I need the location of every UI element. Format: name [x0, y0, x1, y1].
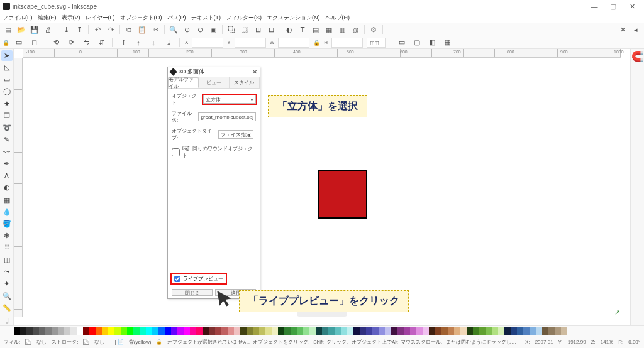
color-swatch[interactable]: [265, 327, 272, 335]
color-swatch[interactable]: [133, 327, 140, 335]
lock-ratio-icon[interactable]: 🔒: [313, 40, 320, 46]
color-swatch[interactable]: [423, 327, 429, 335]
color-swatch[interactable]: [335, 327, 341, 335]
color-swatch[interactable]: [530, 327, 536, 335]
maximize-button[interactable]: ▢: [604, 3, 623, 11]
snap-toggle-button[interactable]: ✕: [617, 24, 628, 35]
color-swatch[interactable]: [171, 327, 177, 335]
color-swatch[interactable]: [209, 327, 215, 335]
color-swatch[interactable]: [127, 327, 133, 335]
color-swatch[interactable]: [33, 327, 39, 335]
menu-extensions[interactable]: エクステンション(N): [267, 14, 320, 22]
color-swatch[interactable]: [536, 327, 542, 335]
color-swatch[interactable]: [441, 327, 448, 335]
clockwise-checkbox[interactable]: [172, 148, 180, 156]
color-swatch[interactable]: [309, 327, 316, 335]
cut-button[interactable]: ✂: [150, 24, 161, 35]
scale-pattern-icon[interactable]: ▦: [441, 37, 453, 48]
color-swatch[interactable]: [259, 327, 265, 335]
color-swatch[interactable]: [89, 327, 96, 335]
color-swatch[interactable]: [347, 327, 353, 335]
horizontal-scrollbar[interactable]: [297, 312, 347, 317]
color-swatch[interactable]: [158, 327, 165, 335]
zoom-page-button[interactable]: ▣: [208, 24, 219, 35]
node-tool[interactable]: ◺: [1, 62, 13, 73]
color-swatch[interactable]: [39, 327, 45, 335]
3dbox-tool[interactable]: ❒: [1, 111, 13, 121]
color-palette[interactable]: [0, 326, 644, 336]
color-swatch[interactable]: [479, 327, 486, 335]
menu-view[interactable]: 表示(V): [62, 14, 80, 22]
color-swatch[interactable]: [20, 327, 26, 335]
color-swatch[interactable]: [328, 327, 335, 335]
drawing-canvas[interactable]: 3D 多面体 ✕ モデルファイル ビュー スタイル オブジェクト: 立方体 ▼: [23, 58, 621, 317]
snap-enable-icon[interactable]: 🧲: [631, 50, 644, 62]
fill-swatch[interactable]: [25, 339, 31, 345]
deselect-icon[interactable]: ◻: [28, 37, 40, 48]
menu-file[interactable]: ファイル(F): [3, 14, 33, 22]
undo-button[interactable]: ↶: [92, 24, 103, 35]
color-swatch[interactable]: [448, 327, 454, 335]
spiral-tool[interactable]: ➰: [1, 122, 13, 133]
star-tool[interactable]: ★: [1, 99, 13, 109]
stroke-swatch[interactable]: [83, 339, 89, 345]
menu-text[interactable]: テキスト(T): [191, 14, 221, 22]
color-swatch[interactable]: [404, 327, 410, 335]
scale-corners-icon[interactable]: ▢: [411, 37, 423, 48]
text-tool[interactable]: A: [1, 170, 13, 181]
color-swatch[interactable]: [523, 327, 530, 335]
copy-button[interactable]: ⧉: [123, 24, 135, 35]
menu-help[interactable]: ヘルプ(H): [325, 14, 350, 22]
color-swatch[interactable]: [108, 327, 114, 335]
color-swatch[interactable]: [146, 327, 152, 335]
layers-button[interactable]: ▤: [310, 24, 321, 35]
print-button[interactable]: 🖨: [42, 24, 53, 35]
color-swatch[interactable]: [253, 327, 259, 335]
menu-object[interactable]: オブジェクト(O): [120, 14, 162, 22]
x-readout[interactable]: [192, 38, 223, 48]
color-swatch[interactable]: [52, 327, 58, 335]
color-swatch[interactable]: [247, 327, 253, 335]
color-swatch[interactable]: [272, 327, 278, 335]
group-button[interactable]: ⊞: [252, 24, 264, 35]
color-swatch[interactable]: [184, 327, 190, 335]
color-swatch[interactable]: [410, 327, 416, 335]
color-swatch[interactable]: [77, 327, 83, 335]
rect-tool[interactable]: ▭: [1, 74, 13, 85]
y-readout[interactable]: [235, 38, 266, 48]
lpe-tool[interactable]: ✦: [1, 278, 13, 289]
lower-bottom-icon[interactable]: ⤓: [163, 37, 174, 48]
color-swatch[interactable]: [234, 327, 240, 335]
zoom-fit-button[interactable]: 🔍: [168, 24, 179, 35]
color-swatch[interactable]: [504, 327, 511, 335]
dropper-tool[interactable]: 💧: [1, 207, 13, 217]
color-swatch[interactable]: [26, 327, 33, 335]
calligraphy-tool[interactable]: ✒: [1, 158, 13, 169]
color-swatch[interactable]: [121, 327, 127, 335]
color-swatch[interactable]: [165, 327, 171, 335]
eraser-tool[interactable]: ◫: [1, 254, 13, 265]
color-swatch[interactable]: [385, 327, 391, 335]
zoom-tool[interactable]: 🔍: [1, 291, 13, 302]
objtype-dropdown[interactable]: フェイス指定 ▼: [218, 130, 253, 139]
color-swatch[interactable]: [215, 327, 221, 335]
connector-tool[interactable]: ⤳: [1, 266, 13, 277]
zoom-out-button[interactable]: ⊖: [194, 24, 206, 35]
prefs-button[interactable]: ⚙: [368, 24, 379, 35]
flip-h-icon[interactable]: ⇋: [80, 37, 92, 48]
tab-style[interactable]: スタイル: [230, 77, 260, 88]
color-swatch[interactable]: [511, 327, 517, 335]
menu-layer[interactable]: レイヤー(L): [86, 14, 115, 22]
color-swatch[interactable]: [96, 327, 102, 335]
scale-stroke-icon[interactable]: ▭: [396, 37, 408, 48]
layer-indicator[interactable]: 背(yellow): [129, 339, 152, 345]
color-swatch[interactable]: [291, 327, 297, 335]
text-button[interactable]: T: [297, 24, 308, 35]
dialog-close-btn[interactable]: 閉じる: [172, 289, 213, 296]
color-swatch[interactable]: [316, 327, 322, 335]
color-swatch[interactable]: [486, 327, 492, 335]
tab-model-file[interactable]: モデルファイル: [168, 77, 199, 88]
color-swatch[interactable]: [114, 327, 121, 335]
unit-select[interactable]: mm: [367, 38, 386, 48]
color-swatch[interactable]: [429, 327, 435, 335]
